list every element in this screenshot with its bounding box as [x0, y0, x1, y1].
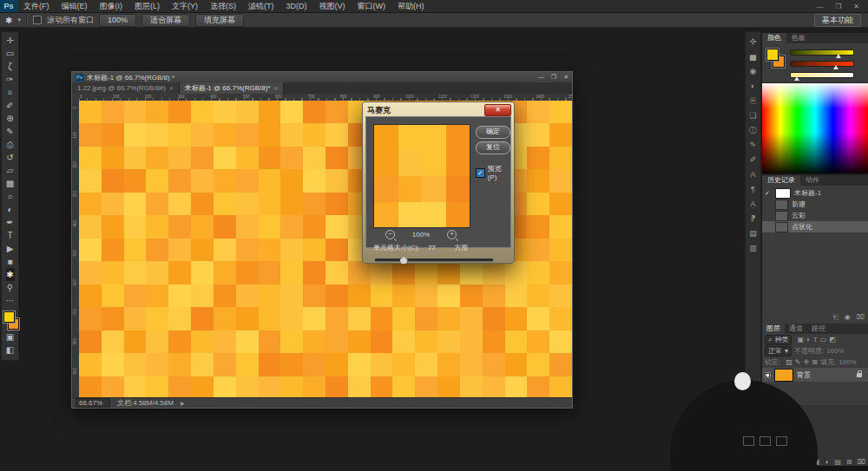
tab-close-icon[interactable]: ×: [273, 84, 278, 92]
tab-color[interactable]: 颜色: [762, 33, 786, 43]
opacity-value[interactable]: 100%: [826, 347, 844, 355]
fill-value[interactable]: 100%: [838, 358, 856, 366]
path-selection-tool-icon[interactable]: ▶: [6, 242, 15, 255]
histogram-panel-icon[interactable]: ▅: [746, 49, 760, 64]
menu-item[interactable]: 滤镜(T): [242, 0, 280, 12]
new-layer-icon[interactable]: ⊞: [846, 458, 852, 466]
history-snapshot-row[interactable]: ✓未标题-1: [762, 187, 868, 199]
status-options-arrow[interactable]: ▶: [181, 400, 185, 406]
blue-slider[interactable]: [790, 69, 865, 81]
more-tools-icon[interactable]: ⋯: [6, 294, 15, 307]
layer-visibility-eye-icon[interactable]: [765, 372, 771, 378]
clone-stamp-tool-icon[interactable]: ⎙: [6, 138, 15, 151]
history-state-row[interactable]: 新建: [762, 199, 868, 210]
brush-tool-icon[interactable]: ✎: [6, 125, 15, 138]
menu-item[interactable]: 窗口(W): [352, 0, 392, 12]
eraser-tool-icon[interactable]: ▱: [6, 164, 15, 177]
dialog-close-button[interactable]: ✕: [484, 104, 511, 116]
brush-panel-icon[interactable]: ✎: [746, 138, 760, 153]
shape-tool-icon[interactable]: ■: [6, 255, 15, 268]
minimize-icon[interactable]: —: [816, 3, 823, 10]
quick-mask-icon[interactable]: ▣: [6, 330, 14, 343]
filter-adjustment-layers-icon[interactable]: ◐: [806, 336, 811, 343]
cell-size-input[interactable]: 77: [423, 244, 440, 252]
tab-paths[interactable]: 路径: [807, 324, 830, 334]
lock-all-icon[interactable]: ⊠: [812, 358, 818, 366]
slider-thumb[interactable]: [400, 257, 408, 264]
filter-smart-objects-icon[interactable]: ◩: [829, 336, 836, 343]
notes-panel-icon[interactable]: ▥: [746, 241, 760, 256]
history-brush-tool-icon[interactable]: ↺: [6, 151, 15, 164]
tab-close-icon[interactable]: ×: [169, 84, 174, 92]
new-document-from-state-icon[interactable]: ⎗: [832, 313, 838, 322]
ok-button[interactable]: 确定: [476, 126, 510, 139]
close-icon[interactable]: ✕: [563, 74, 569, 81]
preview-checkbox[interactable]: ✓: [476, 168, 485, 178]
document-tab-untitled[interactable]: 未标题-1 @ 66.7%(RGB/8)* ×: [180, 82, 284, 94]
color-spectrum-ramp[interactable]: [762, 82, 868, 173]
paragraph-panel-icon[interactable]: ¶: [746, 182, 760, 197]
dodge-tool-icon[interactable]: ◐: [6, 203, 15, 216]
layer-kind-dropdown[interactable]: ⌕ 种类: [765, 335, 792, 345]
marquee-tool-icon[interactable]: ▭: [6, 47, 15, 60]
new-group-icon[interactable]: ▤: [835, 458, 842, 466]
camera-raw-panel-icon[interactable]: ◉: [746, 64, 760, 79]
lock-pixels-icon[interactable]: ✎: [795, 358, 801, 366]
styles-panel-icon[interactable]: ❏: [746, 108, 760, 123]
filter-pixel-layers-icon[interactable]: ▣: [797, 336, 804, 343]
hand-tool-option-icon[interactable]: ✱: [5, 16, 12, 25]
zoom-100-button[interactable]: 100%: [99, 14, 136, 27]
brush-presets-panel-icon[interactable]: ✐: [746, 153, 760, 167]
clone-source-panel-icon[interactable]: ⎘: [746, 94, 760, 108]
cell-size-slider[interactable]: [375, 258, 493, 262]
menu-item[interactable]: 图像(I): [94, 0, 129, 12]
menu-item[interactable]: 3D(D): [280, 0, 313, 12]
blur-tool-icon[interactable]: ○: [6, 190, 15, 203]
pen-tool-icon[interactable]: ✒: [6, 216, 15, 229]
zoom-level-field[interactable]: 66.67%: [76, 398, 110, 408]
delete-state-icon[interactable]: ⌧: [857, 313, 865, 322]
filter-type-layers-icon[interactable]: T: [813, 336, 818, 343]
history-state-row[interactable]: 云彩: [762, 210, 868, 221]
document-tab-jpeg[interactable]: 1.22.jpeg @ 66.7%(RGB/8#) ×: [72, 82, 180, 94]
lock-position-icon[interactable]: ✛: [804, 358, 810, 366]
layer-row-background[interactable]: 背景: [762, 368, 868, 382]
reset-button[interactable]: 复位: [476, 141, 510, 154]
history-brush-source-icon[interactable]: ✓: [765, 190, 772, 197]
screen-mode-icon[interactable]: ◧: [6, 343, 14, 357]
scroll-all-windows-checkbox[interactable]: [33, 16, 42, 24]
tab-swatches[interactable]: 色板: [786, 33, 811, 43]
layer-comps-panel-icon[interactable]: ▤: [746, 226, 760, 241]
crop-tool-icon[interactable]: ⌗: [6, 86, 15, 99]
lock-transparency-icon[interactable]: ▨: [786, 358, 792, 366]
type-tool-icon[interactable]: T: [6, 229, 15, 242]
tab-layers[interactable]: 图层: [762, 324, 785, 334]
zoom-in-icon[interactable]: +: [447, 230, 457, 239]
delete-layer-icon[interactable]: ⌧: [858, 458, 865, 466]
move-tool-icon[interactable]: ✛: [6, 34, 15, 47]
adjustments-panel-icon[interactable]: ✣: [746, 35, 760, 49]
menu-item[interactable]: 文字(Y): [166, 0, 204, 12]
menu-item[interactable]: 文件(F): [17, 0, 56, 12]
foreground-color-swatch[interactable]: [3, 311, 15, 323]
zoom-tool-icon[interactable]: ⚲: [6, 281, 15, 294]
zoom-out-icon[interactable]: −: [385, 230, 395, 239]
red-slider[interactable]: [790, 47, 865, 58]
quick-selection-tool-icon[interactable]: ✑: [6, 73, 15, 86]
workspace-switcher-button[interactable]: 基本功能: [814, 14, 861, 27]
gradient-tool-icon[interactable]: ▩: [6, 177, 15, 190]
filter-preview[interactable]: [373, 124, 470, 228]
green-slider[interactable]: [790, 58, 865, 69]
hand-tool-icon[interactable]: ✱: [6, 268, 15, 281]
menu-item[interactable]: 视图(V): [313, 0, 352, 12]
tab-history[interactable]: 历史记录: [762, 175, 800, 186]
minimize-icon[interactable]: —: [538, 74, 544, 81]
lasso-tool-icon[interactable]: ζ: [6, 60, 15, 73]
restore-icon[interactable]: ❐: [835, 3, 841, 10]
chevron-down-icon[interactable]: ▾: [17, 16, 21, 23]
close-icon[interactable]: ✕: [853, 3, 859, 10]
eyedropper-tool-icon[interactable]: ✐: [6, 99, 15, 112]
menu-item[interactable]: 帮助(H): [391, 0, 431, 12]
filter-shape-layers-icon[interactable]: ▭: [820, 336, 827, 343]
blend-mode-dropdown[interactable]: 正常 ▾: [765, 346, 792, 357]
